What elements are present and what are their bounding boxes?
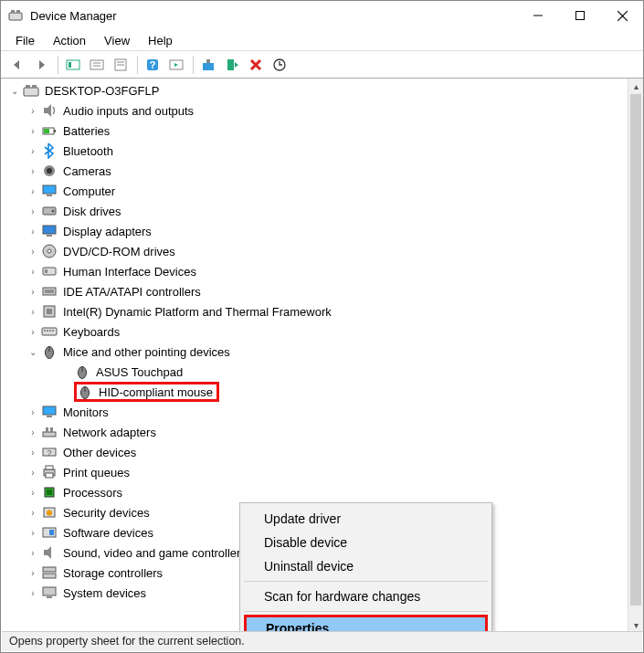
tree-category[interactable]: ›Keyboards xyxy=(1,321,628,342)
tree-category[interactable]: ›Intel(R) Dynamic Platform and Thermal F… xyxy=(1,301,628,321)
tree-category[interactable]: ›Monitors xyxy=(1,402,628,422)
disk-icon xyxy=(41,203,58,219)
chevron-right-icon[interactable]: › xyxy=(26,265,39,278)
chevron-right-icon[interactable]: › xyxy=(26,144,39,157)
chevron-right-icon[interactable]: › xyxy=(26,486,39,499)
chevron-right-icon[interactable]: › xyxy=(26,305,39,318)
menu-view[interactable]: View xyxy=(95,32,139,49)
svg-point-29 xyxy=(47,168,52,174)
tree-item-label: ASUS Touchpad xyxy=(96,365,183,379)
enable-button[interactable] xyxy=(197,54,219,76)
scroll-thumb[interactable] xyxy=(630,94,641,606)
minimize-button[interactable] xyxy=(517,1,559,30)
tree-item-label: Audio inputs and outputs xyxy=(63,104,194,118)
chevron-right-icon[interactable]: › xyxy=(26,225,39,237)
chevron-right-icon[interactable]: › xyxy=(26,184,39,197)
keyboard-icon xyxy=(41,323,58,340)
tree-root-label: DESKTOP-O3FGFLP xyxy=(45,84,159,98)
tree-item-label: Computer xyxy=(63,184,115,198)
chevron-right-icon[interactable]: › xyxy=(26,124,39,137)
svg-rect-22 xyxy=(24,88,38,96)
chevron-right-icon[interactable]: › xyxy=(26,586,39,599)
chevron-right-icon[interactable]: › xyxy=(26,546,39,559)
ctx-properties[interactable]: Properties xyxy=(244,615,488,633)
close-button[interactable] xyxy=(601,1,643,30)
tree-category[interactable]: ›?Other devices xyxy=(1,442,628,462)
tree-root[interactable]: ⌄ DESKTOP-O3FGFLP xyxy=(1,80,628,100)
menu-action[interactable]: Action xyxy=(44,32,95,49)
scan-hardware-button[interactable] xyxy=(269,54,290,76)
tree-device-asus-touchpad[interactable]: ›ASUS Touchpad xyxy=(1,362,628,382)
chevron-right-icon[interactable]: › xyxy=(26,526,39,539)
scroll-track[interactable] xyxy=(628,94,643,617)
tree-panel: ⌄ DESKTOP-O3FGFLP ›Audio inputs and outp… xyxy=(1,78,643,633)
properties-button[interactable] xyxy=(110,54,132,76)
chevron-right-icon[interactable]: › xyxy=(26,205,39,217)
tree-category[interactable]: ›Audio inputs and outputs xyxy=(1,100,628,121)
update-driver-button[interactable] xyxy=(165,54,187,76)
chevron-right-icon[interactable]: › xyxy=(26,405,39,418)
tree-item-label: Human Interface Devices xyxy=(63,265,196,279)
chevron-right-icon[interactable]: › xyxy=(26,446,39,458)
add-hardware-button[interactable] xyxy=(221,54,243,76)
tree-category[interactable]: ›Display adapters xyxy=(1,221,628,241)
tree-category[interactable]: ›Computer xyxy=(1,181,628,201)
tree-item-label: Intel(R) Dynamic Platform and Thermal Fr… xyxy=(63,305,332,319)
svg-rect-73 xyxy=(43,587,56,595)
tree-category[interactable]: ›Processors xyxy=(1,482,628,502)
svg-rect-58 xyxy=(43,432,56,437)
tree-category[interactable]: ›DVD/CD-ROM drives xyxy=(1,241,628,261)
svg-rect-39 xyxy=(45,269,48,273)
tree-category[interactable]: ›Disk drives xyxy=(1,201,628,221)
tree-category[interactable]: ›IDE ATA/ATAPI controllers xyxy=(1,281,628,301)
chevron-right-icon[interactable]: › xyxy=(26,104,39,117)
context-menu: Update driver Disable device Uninstall d… xyxy=(239,502,492,633)
chevron-down-icon[interactable]: ⌄ xyxy=(26,345,39,358)
help-button[interactable]: ? xyxy=(142,54,164,76)
menu-file[interactable]: File xyxy=(6,32,44,49)
tree-category-mice[interactable]: ⌄Mice and other pointing devices xyxy=(1,342,628,362)
tree-category[interactable]: ›Bluetooth xyxy=(1,141,628,161)
chevron-right-icon[interactable]: › xyxy=(26,566,39,579)
scan-button[interactable] xyxy=(86,54,108,76)
menu-help[interactable]: Help xyxy=(139,32,182,49)
svg-rect-67 xyxy=(47,490,52,495)
toolbar-separator xyxy=(58,56,58,74)
scroll-up-icon[interactable]: ▴ xyxy=(628,79,643,94)
tree-category[interactable]: ›Batteries xyxy=(1,121,628,141)
ctx-separator xyxy=(244,581,488,582)
chevron-right-icon[interactable]: › xyxy=(26,466,39,479)
maximize-button[interactable] xyxy=(559,1,601,30)
tree-device-hid-mouse[interactable]: › HID-compliant mouse xyxy=(1,382,628,402)
chevron-down-icon[interactable]: ⌄ xyxy=(8,84,21,97)
svg-rect-0 xyxy=(9,13,22,20)
svg-text:?: ? xyxy=(150,59,156,70)
ctx-uninstall-device[interactable]: Uninstall device xyxy=(242,554,490,578)
vertical-scrollbar[interactable]: ▴ ▾ xyxy=(628,79,643,633)
camera-icon xyxy=(41,163,58,179)
ctx-scan-hardware[interactable]: Scan for hardware changes xyxy=(242,585,490,608)
uninstall-button[interactable] xyxy=(245,54,267,76)
svg-rect-48 xyxy=(49,330,51,332)
tree-category[interactable]: ›Print queues xyxy=(1,462,628,482)
show-hidden-button[interactable] xyxy=(62,54,84,76)
display-icon xyxy=(41,223,58,239)
tree-item-label: Other devices xyxy=(63,446,136,459)
tree-item-label: IDE ATA/ATAPI controllers xyxy=(63,285,201,299)
ctx-disable-device[interactable]: Disable device xyxy=(242,531,490,554)
ctx-update-driver[interactable]: Update driver xyxy=(242,507,490,531)
tree-category[interactable]: ›Human Interface Devices xyxy=(1,261,628,281)
chevron-right-icon[interactable]: › xyxy=(26,325,39,338)
tree-item-label: Network adapters xyxy=(63,426,156,439)
chevron-right-icon[interactable]: › xyxy=(26,164,39,177)
chevron-right-icon[interactable]: › xyxy=(26,426,39,438)
tree-category[interactable]: ›Cameras xyxy=(1,161,628,181)
tree-item-label: Software devices xyxy=(63,526,153,540)
tree-category[interactable]: ›Network adapters xyxy=(1,422,628,442)
forward-button[interactable] xyxy=(30,54,52,76)
back-button[interactable] xyxy=(6,54,28,76)
chevron-right-icon[interactable]: › xyxy=(26,506,39,519)
chevron-right-icon[interactable]: › xyxy=(26,285,39,298)
dvd-icon xyxy=(41,243,58,259)
chevron-right-icon[interactable]: › xyxy=(26,245,39,258)
